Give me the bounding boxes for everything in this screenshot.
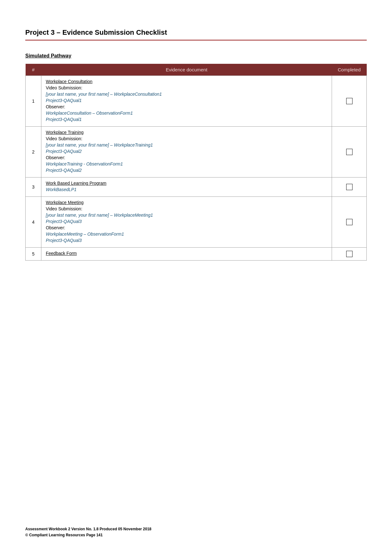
evidence-content: Workplace MeetingVideo Submission:[your … [41,197,332,248]
col-header-completed: Completed [332,64,367,76]
evidence-filename: WorkplaceConsultation – ObservationForm1 [46,111,327,116]
evidence-title: Workplace Training [46,130,327,135]
completed-cell[interactable] [332,76,367,127]
evidence-title: Workplace Meeting [46,200,327,205]
evidence-filename: [your last name, your first name] – Work… [46,213,327,218]
row-number: 4 [26,197,41,248]
evidence-filename: Project3-QAQual1 [46,98,327,103]
evidence-content: Feedback Form [41,248,332,261]
evidence-filename: [your last name, your first name] – Work… [46,142,327,148]
evidence-filename: Project3-QAQual2 [46,149,327,154]
evidence-label: Video Submission: [46,136,327,141]
table-row: 2Workplace TrainingVideo Submission:[you… [26,127,367,178]
table-row: 5Feedback Form [26,248,367,261]
checkbox[interactable] [346,251,353,257]
evidence-filename: WorkplaceTraining - ObservationForm1 [46,161,327,166]
completed-cell[interactable] [332,127,367,178]
completed-cell[interactable] [332,197,367,248]
table-row: 3Work Based Learning ProgramWorkBasedLP1 [26,178,367,197]
evidence-label: Video Submission: [46,206,327,211]
evidence-content: Workplace TrainingVideo Submission:[your… [41,127,332,178]
row-number: 1 [26,76,41,127]
col-header-evidence: Evidence document [41,64,332,76]
col-header-hash: # [26,64,41,76]
page-title: Project 3 – Evidence Submission Checklis… [25,28,367,40]
completed-cell[interactable] [332,178,367,197]
row-number: 2 [26,127,41,178]
evidence-filename: Project3-QAQual3 [46,238,327,243]
evidence-table: # Evidence document Completed 1Workplace… [25,64,367,261]
evidence-filename: Project3-QAQual1 [46,117,327,122]
evidence-label: Observer: [46,155,327,160]
footer: Assessment Workbook 2 Version No. 1.8 Pr… [25,526,151,538]
checkbox[interactable] [346,98,353,104]
checkbox[interactable] [346,149,353,155]
footer-line2: © Compliant Learning Resources Page 141 [25,532,151,538]
evidence-filename: WorkplaceMeeting – ObservationForm1 [46,232,327,237]
evidence-filename: Project3-QAQual3 [46,219,327,224]
evidence-filename: Project3-QAQual2 [46,168,327,173]
evidence-title: Feedback Form [46,251,327,256]
evidence-label: Observer: [46,104,327,109]
evidence-filename: WorkBasedLP1 [46,187,327,192]
evidence-content: Work Based Learning ProgramWorkBasedLP1 [41,178,332,197]
evidence-title: Workplace Consultation [46,79,327,84]
evidence-title: Work Based Learning Program [46,181,327,186]
evidence-filename: [your last name, your first name] – Work… [46,92,327,97]
row-number: 5 [26,248,41,261]
evidence-label: Observer: [46,225,327,230]
table-row: 4Workplace MeetingVideo Submission:[your… [26,197,367,248]
section-title: Simulated Pathway [25,53,367,59]
evidence-label: Video Submission: [46,85,327,90]
completed-cell[interactable] [332,248,367,261]
evidence-content: Workplace ConsultationVideo Submission:[… [41,76,332,127]
table-row: 1Workplace ConsultationVideo Submission:… [26,76,367,127]
footer-line1: Assessment Workbook 2 Version No. 1.8 Pr… [25,526,151,532]
checkbox[interactable] [346,219,353,225]
checkbox[interactable] [346,184,353,190]
row-number: 3 [26,178,41,197]
